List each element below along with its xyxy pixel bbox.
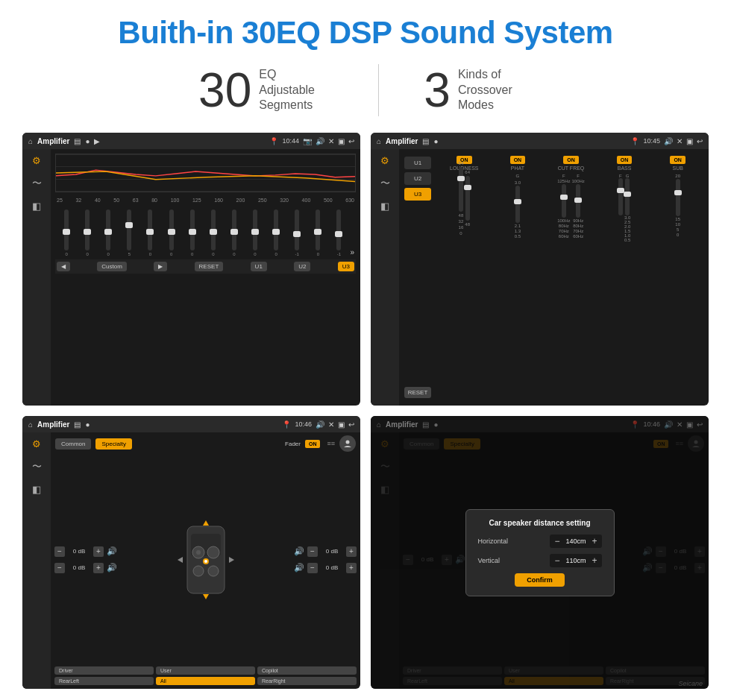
sub-toggle[interactable]: ON	[670, 156, 685, 164]
loudness-slider[interactable]	[459, 167, 463, 212]
eq-reset-btn[interactable]: RESET	[195, 262, 224, 271]
rearleft-zone-btn[interactable]: RearLeft	[54, 677, 154, 685]
eq-slider-track[interactable]	[295, 209, 299, 250]
cutfreq-slider1[interactable]	[562, 184, 566, 218]
dsp-u2-btn[interactable]: U2	[404, 172, 431, 185]
screen-icon-2[interactable]: ▣	[686, 137, 693, 145]
eq-slider-value: 0	[233, 252, 235, 256]
vol-icon-2[interactable]: ◧	[380, 201, 389, 212]
all-zone-btn[interactable]: All	[156, 677, 255, 685]
eq-icon-1[interactable]: ⚙	[32, 155, 41, 166]
phat-toggle[interactable]: ON	[510, 156, 526, 164]
cutfreq-toggle[interactable]: ON	[563, 156, 579, 164]
bass-slider1[interactable]	[618, 178, 623, 215]
eq-slider-track[interactable]	[336, 209, 341, 250]
home-icon-1[interactable]: ⌂	[28, 137, 33, 145]
eq-u3-btn[interactable]: U3	[338, 262, 354, 271]
loudness-slider2[interactable]	[465, 176, 470, 221]
eq-slider-track[interactable]	[253, 209, 257, 250]
back-icon-3[interactable]: ↩	[348, 420, 354, 429]
rearright-zone-btn[interactable]: RearRight	[257, 677, 357, 685]
rr-minus-btn[interactable]: −	[307, 563, 318, 573]
rr-plus-btn[interactable]: +	[346, 563, 357, 573]
dialog-overlay: Car speaker distance setting Horizontal …	[371, 416, 709, 689]
eq-prev-btn[interactable]: ◀	[57, 262, 70, 271]
fl-plus-btn[interactable]: +	[93, 546, 104, 557]
volume-icon-3[interactable]: 🔊	[316, 420, 324, 429]
eq-next-btn[interactable]: ▶	[154, 262, 167, 271]
dsp-u1-btn[interactable]: U1	[404, 157, 431, 169]
fr-minus-btn[interactable]: −	[307, 546, 318, 557]
volume-icon-1[interactable]: 🔊	[316, 137, 324, 145]
confirm-button[interactable]: Confirm	[515, 573, 565, 587]
fader-bars-icon[interactable]: ≡≡	[327, 440, 335, 447]
sub-slider[interactable]	[676, 179, 680, 216]
user-zone-btn[interactable]: User	[156, 666, 255, 675]
close-icon-2[interactable]: ✕	[677, 137, 683, 145]
menu-icon-1[interactable]: ▤	[74, 137, 81, 145]
freq-label: 32	[75, 198, 81, 203]
eq-more-icon[interactable]: »	[351, 248, 355, 256]
profile-icon-btn[interactable]	[339, 435, 356, 452]
eq-slider-track[interactable]	[190, 209, 195, 250]
volume-icon-2[interactable]: 🔊	[664, 137, 673, 145]
loudness-val2-mid: 48	[465, 222, 470, 227]
copilot-zone-btn[interactable]: Copilot	[257, 666, 357, 675]
screens-grid: ⌂ Amplifier ▤ ● ▶ 📍 10:44 📷 🔊 ✕ ▣ ↩	[22, 133, 709, 689]
specialty-tab[interactable]: Specialty	[95, 438, 131, 450]
back-icon-2[interactable]: ↩	[697, 137, 703, 145]
vol-icon-1[interactable]: ◧	[32, 201, 41, 212]
menu-icon-2[interactable]: ▤	[422, 137, 429, 145]
eq-slider-track[interactable]	[316, 209, 320, 250]
driver-zone-btn[interactable]: Driver	[54, 666, 154, 675]
dsp-channel-loudness: ON LOUDNESS 64 48 32 16 0	[439, 156, 490, 399]
bass-slider2[interactable]	[625, 178, 630, 215]
eq-slider-track[interactable]	[211, 209, 216, 250]
fr-plus-btn[interactable]: +	[346, 546, 357, 557]
wave-icon-3[interactable]: 〜	[32, 460, 42, 473]
screen-icon-1[interactable]: ▣	[338, 137, 345, 145]
rl-minus-btn[interactable]: −	[54, 563, 65, 573]
eq-slider-track[interactable]	[148, 209, 152, 250]
home-icon-3[interactable]: ⌂	[28, 420, 33, 429]
eq-slider-track[interactable]	[106, 209, 110, 250]
close-icon-3[interactable]: ✕	[328, 420, 334, 429]
phat-slider[interactable]	[515, 186, 520, 223]
back-icon-1[interactable]: ↩	[348, 137, 354, 145]
screen-icon-3[interactable]: ▣	[338, 420, 345, 429]
eq-slider-track[interactable]	[274, 209, 278, 250]
fl-minus-btn[interactable]: −	[54, 546, 65, 557]
dsp-reset-btn[interactable]: RESET	[404, 387, 431, 398]
eq-slider-track[interactable]	[85, 209, 90, 250]
fader-toggle[interactable]: ON	[305, 440, 321, 448]
eq-u1-btn[interactable]: U1	[251, 262, 267, 271]
common-tab[interactable]: Common	[55, 438, 91, 450]
dsp-u3-btn[interactable]: U3	[404, 188, 431, 201]
screen-body-1: ⚙ 〜 ◧	[22, 149, 360, 406]
close-icon-1[interactable]: ✕	[328, 137, 334, 145]
bass-toggle[interactable]: ON	[617, 156, 633, 164]
wave-icon-2[interactable]: 〜	[380, 177, 390, 190]
eq-icon-2[interactable]: ⚙	[380, 155, 389, 166]
eq-slider-track[interactable]	[232, 209, 236, 250]
vol-icon-3[interactable]: ◧	[32, 484, 41, 495]
camera-icon-1[interactable]: 📷	[303, 137, 312, 145]
zone-buttons: Driver User Copilot RearLeft All RearRig…	[51, 664, 360, 689]
car-diagram-area	[120, 457, 291, 662]
menu-icon-3[interactable]: ▤	[74, 420, 81, 429]
vertical-plus-btn[interactable]: +	[592, 555, 597, 566]
eq-icon-3[interactable]: ⚙	[32, 438, 41, 450]
eq-slider-track[interactable]	[64, 209, 69, 250]
home-icon-2[interactable]: ⌂	[377, 137, 381, 145]
rl-plus-btn[interactable]: +	[93, 563, 104, 573]
play-icon-1[interactable]: ▶	[94, 137, 100, 145]
eq-u2-btn[interactable]: U2	[294, 262, 310, 271]
eq-controls: ◀ Custom ▶ RESET U1 U2 U3	[55, 259, 356, 274]
eq-slider-track[interactable]	[169, 209, 174, 250]
horizontal-minus-btn[interactable]: −	[554, 536, 559, 546]
eq-slider-track[interactable]	[127, 209, 131, 250]
vertical-minus-btn[interactable]: −	[554, 555, 559, 566]
cutfreq-slider2[interactable]	[576, 184, 580, 218]
horizontal-plus-btn[interactable]: +	[592, 536, 597, 546]
wave-icon-1[interactable]: 〜	[32, 177, 42, 190]
